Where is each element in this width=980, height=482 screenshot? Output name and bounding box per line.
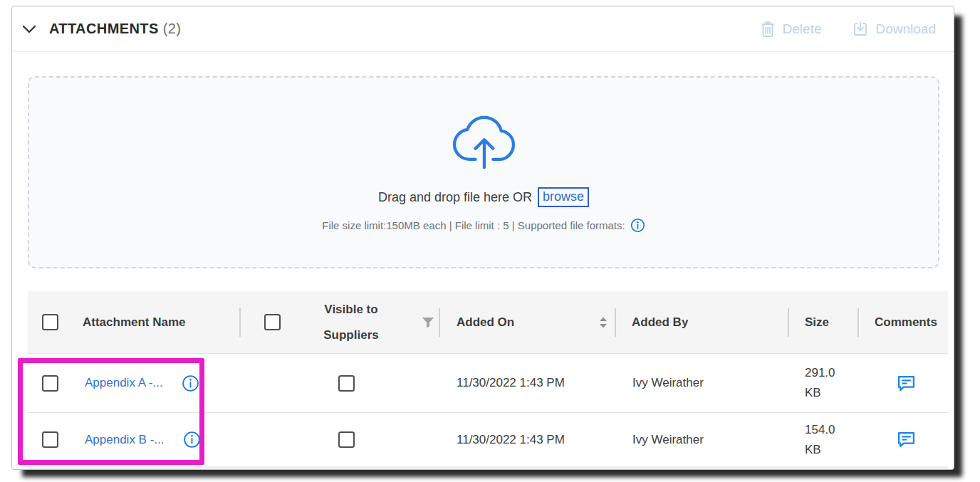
row-attachment-name-cell: Appendix B -... bbox=[72, 413, 246, 466]
drag-drop-text: Drag and drop file here OR bbox=[378, 190, 532, 205]
visible-select-all-checkbox[interactable] bbox=[264, 314, 281, 330]
chevron-down-icon[interactable] bbox=[22, 25, 36, 33]
size-value: 291.0 KB bbox=[805, 363, 849, 403]
attachments-panel: ATTACHMENTS(2) Delete Download bbox=[11, 6, 954, 470]
added-on-label: Added On bbox=[457, 315, 514, 330]
row-select-cell bbox=[28, 413, 72, 466]
comment-icon[interactable] bbox=[897, 431, 916, 449]
attachments-header: ATTACHMENTS(2) Delete Download bbox=[12, 6, 954, 52]
select-all-checkbox[interactable] bbox=[42, 314, 58, 330]
browse-button[interactable]: browse bbox=[538, 187, 589, 207]
attachments-table: Attachment Name Visible to Suppliers Add… bbox=[28, 291, 948, 466]
added-on-value: 11/30/2022 1:43 PM bbox=[457, 376, 565, 390]
section-title: ATTACHMENTS(2) bbox=[49, 21, 181, 37]
row-added-by-cell: Ivy Weirather bbox=[622, 354, 795, 412]
visible-to-suppliers-checkbox[interactable] bbox=[338, 375, 355, 392]
file-limits-line: File size limit:150MB each | File limit … bbox=[322, 218, 645, 233]
added-by-label: Added By bbox=[632, 315, 688, 330]
row-checkbox[interactable] bbox=[42, 375, 58, 392]
table-row: Appendix A -... 11/30/2022 1:43 PM Ivy W… bbox=[28, 354, 948, 412]
header-attachment-name: Attachment Name bbox=[72, 291, 246, 353]
header-added-by: Added By bbox=[622, 291, 795, 353]
info-icon[interactable] bbox=[183, 431, 201, 449]
row-visible-cell bbox=[246, 413, 446, 466]
row-checkbox[interactable] bbox=[42, 431, 58, 448]
drag-drop-instruction: Drag and drop file here OR browse bbox=[378, 187, 589, 207]
visible-to-suppliers-checkbox[interactable] bbox=[338, 431, 355, 448]
header-added-on: Added On bbox=[446, 291, 622, 353]
row-added-on-cell: 11/30/2022 1:43 PM bbox=[446, 413, 622, 466]
attachment-link[interactable]: Appendix B -... bbox=[85, 433, 165, 447]
added-on-value: 11/30/2022 1:43 PM bbox=[457, 433, 565, 447]
supported-formats-info-icon[interactable] bbox=[630, 218, 645, 233]
delete-button[interactable]: Delete bbox=[760, 20, 822, 38]
row-size-cell: 291.0 KB bbox=[795, 354, 865, 412]
row-comments-cell bbox=[865, 354, 948, 412]
comment-icon[interactable] bbox=[897, 374, 916, 392]
row-attachment-name-cell: Appendix A -... bbox=[72, 354, 246, 412]
delete-label: Delete bbox=[783, 21, 822, 37]
sort-icon[interactable] bbox=[599, 317, 608, 328]
filter-funnel-icon[interactable] bbox=[422, 317, 434, 328]
attachment-link[interactable]: Appendix A -... bbox=[85, 376, 163, 390]
row-size-cell: 154.0 KB bbox=[795, 413, 865, 466]
row-comments-cell bbox=[865, 413, 948, 466]
file-dropzone[interactable]: Drag and drop file here OR browse File s… bbox=[28, 76, 939, 268]
attachment-count: (2) bbox=[163, 21, 182, 36]
file-limits-text: File size limit:150MB each | File limit … bbox=[322, 219, 625, 231]
download-icon bbox=[852, 21, 869, 38]
toolbar-actions: Delete Download bbox=[760, 20, 936, 38]
header-comments: Comments bbox=[865, 291, 948, 353]
attachment-name-label: Attachment Name bbox=[83, 315, 186, 330]
download-label: Download bbox=[876, 21, 937, 37]
header-select-all-cell bbox=[28, 291, 72, 353]
added-by-value: Ivy Weirather bbox=[632, 376, 704, 390]
comments-label: Comments bbox=[875, 315, 937, 330]
info-icon[interactable] bbox=[182, 374, 199, 392]
header-visible-to-suppliers: Visible to Suppliers bbox=[246, 291, 446, 353]
table-header-row: Attachment Name Visible to Suppliers Add… bbox=[28, 291, 948, 354]
size-value: 154.0 KB bbox=[805, 420, 849, 460]
visible-to-suppliers-label: Visible to Suppliers bbox=[309, 297, 393, 348]
row-select-cell bbox=[28, 354, 72, 412]
row-visible-cell bbox=[246, 354, 446, 412]
row-added-by-cell: Ivy Weirather bbox=[622, 413, 795, 466]
section-title-text: ATTACHMENTS bbox=[49, 21, 159, 36]
row-added-on-cell: 11/30/2022 1:43 PM bbox=[446, 354, 622, 412]
table-row: Appendix B -... 11/30/2022 1:43 PM Ivy W… bbox=[28, 412, 948, 466]
cloud-upload-icon bbox=[449, 115, 518, 172]
horizontal-scrollbar[interactable] bbox=[28, 466, 948, 470]
download-button[interactable]: Download bbox=[852, 21, 937, 38]
size-label: Size bbox=[805, 315, 829, 330]
trash-icon bbox=[760, 20, 776, 38]
added-by-value: Ivy Weirather bbox=[632, 433, 704, 447]
header-size: Size bbox=[795, 291, 865, 353]
